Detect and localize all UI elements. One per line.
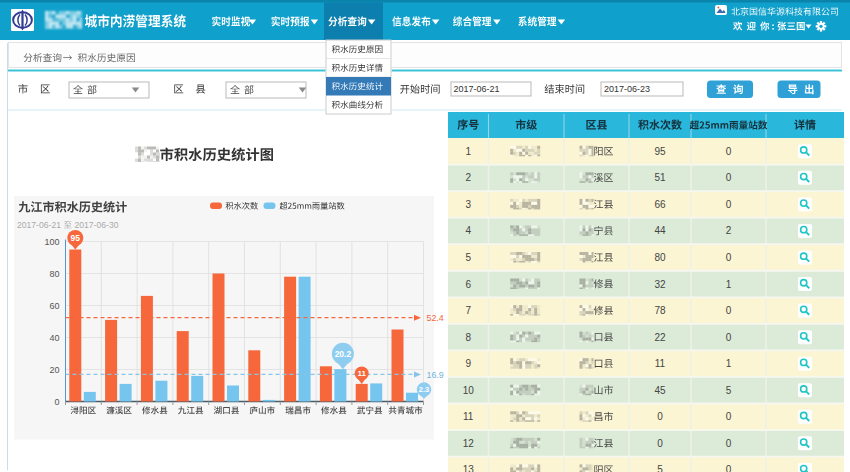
- svg-text:0: 0: [54, 397, 59, 407]
- svg-text:4: 4: [465, 225, 471, 236]
- svg-text:0: 0: [726, 172, 732, 183]
- svg-text:51: 51: [654, 172, 666, 183]
- svg-text:7: 7: [465, 305, 471, 316]
- svg-text:2017-06-23: 2017-06-23: [604, 84, 650, 94]
- svg-text:60: 60: [49, 301, 59, 311]
- svg-text:5: 5: [657, 464, 663, 472]
- svg-text:1: 1: [465, 146, 471, 157]
- svg-text:8: 8: [465, 332, 471, 343]
- svg-text:10: 10: [463, 385, 475, 396]
- svg-text:2017-06-30: 2017-06-30: [75, 220, 119, 230]
- svg-text:2017-06-21: 2017-06-21: [17, 220, 61, 230]
- svg-text:80: 80: [49, 269, 59, 279]
- svg-text:0: 0: [726, 199, 732, 210]
- svg-text:44: 44: [654, 225, 666, 236]
- svg-text:6: 6: [465, 279, 471, 290]
- svg-text:20: 20: [49, 365, 59, 375]
- svg-text:12: 12: [463, 438, 475, 449]
- svg-text:2: 2: [465, 172, 471, 183]
- svg-text:9: 9: [465, 358, 471, 369]
- svg-text:0: 0: [726, 332, 732, 343]
- svg-text:20.2: 20.2: [335, 349, 352, 359]
- svg-text:11: 11: [463, 411, 474, 422]
- svg-text:11: 11: [357, 369, 366, 378]
- svg-text:0: 0: [726, 305, 732, 316]
- svg-text:2: 2: [726, 225, 732, 236]
- svg-text:0: 0: [726, 438, 732, 449]
- svg-text:45: 45: [654, 385, 666, 396]
- svg-text:2.3: 2.3: [419, 385, 429, 394]
- svg-text:0: 0: [726, 411, 732, 422]
- svg-text:0: 0: [726, 464, 732, 472]
- svg-text:100: 100: [44, 237, 59, 247]
- svg-text:0: 0: [657, 438, 663, 449]
- svg-text:1: 1: [726, 279, 732, 290]
- svg-text:80: 80: [654, 252, 666, 263]
- svg-text:13: 13: [463, 464, 475, 472]
- svg-text:5: 5: [726, 385, 732, 396]
- svg-text:0: 0: [726, 146, 732, 157]
- svg-text:16.9: 16.9: [427, 370, 444, 380]
- svg-text:52.4: 52.4: [427, 313, 444, 323]
- svg-text:66: 66: [654, 199, 666, 210]
- svg-text:32: 32: [654, 279, 666, 290]
- svg-text:2017-06-21: 2017-06-21: [454, 84, 500, 94]
- svg-text:95: 95: [654, 146, 666, 157]
- svg-text:22: 22: [654, 332, 666, 343]
- svg-text:1: 1: [726, 358, 732, 369]
- svg-text:40: 40: [49, 333, 59, 343]
- svg-text:3: 3: [465, 199, 471, 210]
- svg-text:0: 0: [726, 252, 732, 263]
- svg-text:5: 5: [465, 252, 471, 263]
- svg-text:11: 11: [655, 358, 666, 369]
- svg-text:95: 95: [71, 233, 81, 243]
- svg-text:78: 78: [654, 305, 666, 316]
- svg-text:0: 0: [657, 411, 663, 422]
